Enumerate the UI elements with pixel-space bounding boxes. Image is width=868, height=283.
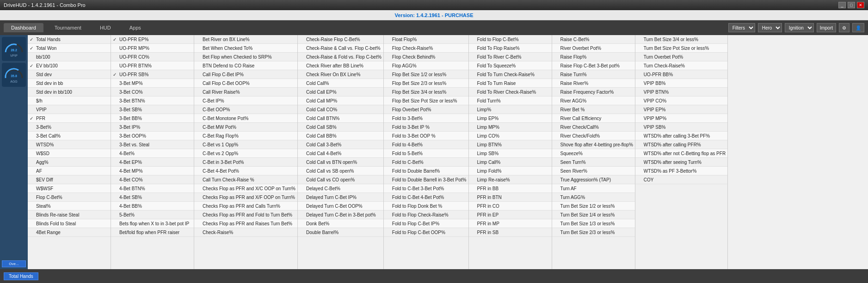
stat-row[interactable]: C-Bet vs 1 Opp% (194, 140, 297, 149)
stat-row[interactable]: Check-Raise & Fold vs. Flop C-bet% (298, 53, 383, 61)
stat-row[interactable]: Flop C-Bet% (28, 193, 111, 202)
stat-row[interactable]: ✓PFR (28, 114, 111, 123)
stat-row[interactable]: 3-Bet CO% (111, 88, 194, 96)
stat-row[interactable]: Call Turn Check-Raise % (194, 175, 297, 184)
stat-row[interactable]: 3-Bet% (28, 123, 111, 132)
stat-row[interactable]: Bet When Checked To% (194, 44, 297, 53)
stat-row[interactable]: 3-Bet IP% (111, 123, 194, 132)
stat-row[interactable]: 4-Bet% (111, 149, 194, 158)
stat-row[interactable]: Limp CO% (469, 132, 552, 140)
stat-row[interactable]: Checks Flop as PFR and Fold to Turn Bet% (194, 211, 297, 219)
stat-row[interactable]: UO-PFR BTN% (111, 61, 194, 70)
stat-row[interactable]: Cold Call MP% (298, 96, 383, 105)
stat-row[interactable]: ✓Total Won (28, 44, 111, 53)
stat-row[interactable]: 4-Bet MP% (111, 167, 194, 175)
stat-row[interactable]: Bet Flop when Checked to SRP% (194, 53, 297, 61)
stat-row[interactable]: Call Flop C-Bet OOP% (194, 79, 297, 88)
stat-row[interactable]: Fold to Flop C-Bet% (469, 35, 552, 44)
ignition-select[interactable]: Ignition (785, 23, 814, 32)
stat-row[interactable]: VPIP EP% (635, 105, 727, 114)
stat-row[interactable]: Flop Overbet Pot% (384, 105, 468, 114)
tab-apps[interactable]: Apps (122, 23, 148, 32)
stat-row[interactable]: Turn Bet Size 1/4 or less% (552, 211, 635, 219)
filters-select[interactable]: Filters (728, 23, 755, 32)
stat-row[interactable]: ✓UO-PFR SB% (111, 70, 194, 79)
stat-row[interactable]: UO-PFR CO% (111, 53, 194, 61)
stat-row[interactable]: WTSD% after calling 3-Bet PF% (635, 132, 727, 140)
stat-row[interactable]: $/h (28, 96, 111, 105)
stat-row[interactable]: Checks Flop as PFR and Calls Turn% (194, 202, 297, 211)
stat-row[interactable]: PFR in BB (469, 184, 552, 193)
import-button[interactable]: Import (817, 23, 836, 32)
stat-row[interactable]: Limp SB% (469, 149, 552, 158)
stat-row[interactable]: ✓UO-PFR EP% (111, 35, 194, 44)
stat-row[interactable]: Limp Fold% (469, 167, 552, 175)
stat-row[interactable]: ✓Total Hands (28, 35, 111, 44)
stat-row[interactable]: Checks Flop as PFR and Raises Turn Bet% (194, 219, 297, 228)
total-hands-btn[interactable]: Total Hands (4, 272, 38, 280)
stat-row[interactable]: Flop AGG% (384, 61, 468, 70)
stat-row[interactable]: bb/100 (28, 53, 111, 61)
stat-row[interactable]: WTSD% after calling PFR% (635, 140, 727, 149)
stat-row[interactable]: Check River On BX Line% (298, 70, 383, 79)
stat-row[interactable]: Raise Turn% (552, 70, 635, 79)
settings-button[interactable]: ⚙ (839, 23, 850, 32)
stat-row[interactable]: Std dev (28, 70, 111, 79)
stat-row[interactable]: Cold Call 4-Bet% (298, 149, 383, 158)
stat-row[interactable]: River Check/Call% (552, 123, 635, 132)
stat-row[interactable]: VPIP SB% (635, 123, 727, 132)
stat-row[interactable]: Squeeze% (552, 149, 635, 158)
stat-row[interactable]: VPIP BB% (635, 79, 727, 88)
stat-row[interactable]: Cold Call EP% (298, 88, 383, 96)
stat-row[interactable]: Fold to C-Bet% (384, 158, 468, 167)
stat-row[interactable]: River AGG% (552, 96, 635, 105)
stat-row[interactable]: Raise Flop C-Bet 3-Bet pot% (552, 61, 635, 70)
stat-row[interactable]: Turn Bet Size 2/3 or less% (552, 228, 635, 237)
stat-row[interactable]: Turn Check-Raise% (635, 61, 727, 70)
stat-row[interactable]: River Call Efficiency (552, 114, 635, 123)
stat-row[interactable]: $EV Diff (28, 175, 111, 184)
stat-row[interactable]: Turn Bet Size Pot Size or less% (635, 44, 727, 53)
stat-row[interactable]: Fold Turn% (469, 96, 552, 105)
user-button[interactable]: 👤 (852, 23, 864, 32)
stat-row[interactable]: WTSD% (28, 140, 111, 149)
stat-row[interactable]: Fold to Double Barrel% (384, 167, 468, 175)
minimize-button[interactable]: _ (838, 2, 846, 8)
stat-row[interactable]: Turn Bet Size 3/4 or less% (635, 35, 727, 44)
stat-row[interactable]: Cold Call SB% (298, 123, 383, 132)
stat-row[interactable]: BTN Defend to CO Raise (194, 61, 297, 70)
stat-row[interactable]: True Aggression% (TAP) (552, 175, 635, 184)
stat-row[interactable]: C-Bet MW Pot% (194, 123, 297, 132)
stat-row[interactable]: Checks Flop as PFR and X/F OOP on Turn% (194, 193, 297, 202)
stat-row[interactable]: Limp Call% (469, 158, 552, 167)
stat-row[interactable]: ✓EV bb/100 (28, 61, 111, 70)
stat-row[interactable]: W$SD (28, 149, 111, 158)
stat-row[interactable]: 3-Bet OOP% (111, 132, 194, 140)
stat-row[interactable]: Fold To Turn Raise (469, 79, 552, 88)
stat-row[interactable]: Flop Check Behind% (384, 53, 468, 61)
stat-row[interactable]: Fold to 4-Bet% (384, 140, 468, 149)
stat-row[interactable]: Cold Call vs BTN open% (298, 158, 383, 167)
stat-row[interactable]: Check River after BB Line% (298, 61, 383, 70)
stat-row[interactable]: Agg% (28, 158, 111, 167)
stat-row[interactable]: 4-Bet BTN% (111, 184, 194, 193)
stat-row[interactable]: Call River Raise% (194, 88, 297, 96)
stat-row[interactable]: Bets flop when X to in 3-bet pot IP (111, 219, 194, 228)
stat-row[interactable]: 3-Bet vs. Steal (111, 140, 194, 149)
stat-row[interactable]: Fold to 3-Bet OOP % (384, 132, 468, 140)
stat-row[interactable]: Flop Bet Size 3/4 or less% (384, 88, 468, 96)
stat-row[interactable]: Std dev in bb/100 (28, 88, 111, 96)
stat-row[interactable]: C-Bet IP% (194, 96, 297, 105)
stat-row[interactable]: 4-Bet SB% (111, 193, 194, 202)
stat-row[interactable]: UO-PFR MP% (111, 44, 194, 53)
stat-row[interactable]: C-Bet 4-Bet Pot% (194, 167, 297, 175)
stat-row[interactable]: PFR in MP (469, 219, 552, 228)
stat-row[interactable]: AF (28, 167, 111, 175)
stat-row[interactable]: Fold to C-Bet 4-Bet Pot% (384, 193, 468, 202)
stat-row[interactable]: Checks Flop as PFR and X/C OOP on Turn% (194, 184, 297, 193)
stat-row[interactable]: Bet River on BX Line% (194, 35, 297, 44)
stat-row[interactable]: 3-Bet BB% (111, 114, 194, 123)
tab-dashboard[interactable]: Dashboard (4, 23, 43, 32)
stat-row[interactable]: Turn AGG% (552, 193, 635, 202)
stat-row[interactable]: 3-Bet MP% (111, 79, 194, 88)
